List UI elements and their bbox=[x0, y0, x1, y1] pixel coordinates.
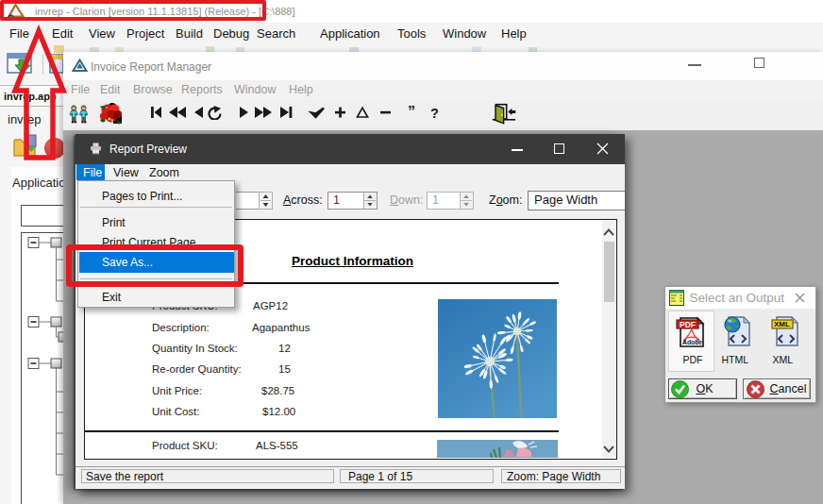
svg-text:Adobe: Adobe bbox=[682, 339, 702, 345]
svg-text:”: ” bbox=[408, 105, 415, 120]
svg-text:XML: XML bbox=[774, 320, 790, 328]
svg-text:?: ? bbox=[430, 106, 439, 121]
svg-text:PDF: PDF bbox=[680, 320, 696, 329]
